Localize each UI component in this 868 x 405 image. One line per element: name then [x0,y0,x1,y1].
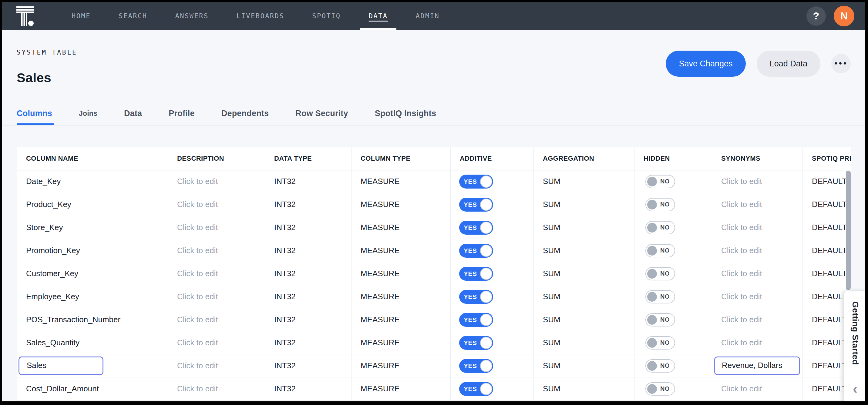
column-type-cell[interactable]: MEASURE [351,354,451,377]
description-cell[interactable]: Click to edit [168,308,265,331]
tab-data[interactable]: Data [124,102,142,125]
synonyms-cell[interactable]: Click to edit [712,239,803,262]
hidden-toggle[interactable]: NO [645,244,675,257]
aggregation-cell[interactable]: SUM [534,239,634,262]
nav-item-search[interactable]: SEARCH [119,2,147,30]
hidden-toggle[interactable]: NO [645,336,675,349]
nav-item-data[interactable]: DATA [369,2,388,30]
spotiq-preference-cell[interactable]: DEFAULT [803,193,851,216]
column-type-cell[interactable]: MEASURE [351,308,451,331]
user-avatar[interactable]: N [834,6,854,26]
tab-profile[interactable]: Profile [168,102,194,125]
column-type-cell[interactable]: MEASURE [351,170,451,193]
description-cell[interactable]: Click to edit [168,193,265,216]
column-type-cell[interactable]: MEASURE [351,216,451,239]
nav-item-liveboards[interactable]: LIVEBOARDS [237,2,284,30]
synonyms-cell[interactable]: Click to edit [712,193,803,216]
synonyms-cell[interactable]: Click to edit [712,377,803,400]
column-type-cell[interactable]: MEASURE [351,331,451,354]
description-cell[interactable]: Click to edit [168,216,265,239]
column-name-cell[interactable]: Product_Key [17,193,168,216]
thoughtspot-logo-icon[interactable] [14,5,36,27]
additive-toggle[interactable]: YES [459,359,493,373]
synonyms-cell[interactable]: Click to edit [712,262,803,285]
tab-spotiq-insights[interactable]: SpotIQ Insights [375,102,436,125]
nav-item-answers[interactable]: ANSWERS [175,2,208,30]
column-name-cell[interactable]: Sales_Quantity [17,331,168,354]
aggregation-cell[interactable]: SUM [534,331,634,354]
hidden-toggle[interactable]: NO [645,359,675,373]
description-cell[interactable]: Click to edit [168,331,265,354]
tab-dependents[interactable]: Dependents [221,102,269,125]
aggregation-cell[interactable]: SUM [534,354,634,377]
hidden-toggle[interactable]: NO [645,198,675,211]
column-type-cell[interactable]: MEASURE [351,377,451,400]
description-cell[interactable]: Click to edit [168,354,265,377]
column-type-cell[interactable]: MEASURE [351,239,451,262]
column-name-cell[interactable]: Promotion_Key [17,239,168,262]
hidden-toggle[interactable]: NO [645,267,675,280]
description-cell[interactable]: Click to edit [168,170,265,193]
aggregation-cell[interactable]: SUM [534,216,634,239]
tab-columns[interactable]: Columns [17,102,52,125]
description-cell[interactable]: Click to edit [168,285,265,308]
load-data-button[interactable]: Load Data [757,51,820,77]
spotiq-preference-cell[interactable]: DEFAULT [803,262,851,285]
additive-toggle[interactable]: YES [459,382,493,396]
more-options-button[interactable]: ●●● [831,54,851,73]
synonyms-cell[interactable]: Click to edit [712,170,803,193]
nav-item-spotiq[interactable]: SPOTIQ [312,2,341,30]
nav-item-admin[interactable]: ADMIN [416,2,440,30]
column-name-cell[interactable]: Date_Key [17,170,168,193]
aggregation-cell[interactable]: SUM [534,193,634,216]
description-cell[interactable]: Click to edit [168,262,265,285]
aggregation-cell[interactable]: SUM [534,285,634,308]
additive-toggle[interactable]: YES [459,313,493,327]
column-type-cell[interactable]: MEASURE [351,193,451,216]
column-type-cell[interactable]: MEASURE [351,262,451,285]
description-cell[interactable]: Click to edit [168,239,265,262]
hidden-toggle[interactable]: NO [645,313,675,326]
hidden-toggle[interactable]: NO [645,382,675,396]
additive-toggle[interactable]: YES [459,336,493,350]
additive-toggle[interactable]: YES [459,221,493,235]
synonyms-cell[interactable]: Click to edit [712,331,803,354]
column-name-cell[interactable]: Cost_Dollar_Amount [17,377,168,400]
column-type-cell[interactable]: MEASURE [351,285,451,308]
hidden-toggle[interactable]: NO [645,290,675,304]
additive-toggle[interactable]: YES [459,290,493,304]
additive-toggle[interactable]: YES [459,267,493,281]
additive-toggle[interactable]: YES [459,198,493,212]
hidden-toggle[interactable]: NO [645,221,675,234]
column-name-cell[interactable]: Customer_Key [17,262,168,285]
additive-toggle[interactable]: YES [459,175,493,189]
getting-started-panel[interactable]: Getting Started ‹ [844,291,865,401]
help-button[interactable]: ? [806,6,826,26]
hidden-toggle[interactable]: NO [645,175,675,188]
spotiq-preference-cell[interactable]: DEFAULT [803,239,851,262]
aggregation-cell[interactable]: SUM [534,170,634,193]
column-name-cell[interactable]: POS_Transaction_Number [17,308,168,331]
tab-row-security[interactable]: Row Security [296,102,348,125]
column-name-cell[interactable]: Employee_Key [17,285,168,308]
synonyms-cell[interactable]: Click to edit [712,308,803,331]
description-cell[interactable]: Click to edit [168,377,265,400]
column-name-cell[interactable]: Sales [17,354,168,377]
vertical-scrollbar[interactable] [846,171,851,290]
aggregation-cell[interactable]: SUM [534,308,634,331]
spotiq-preference-cell[interactable]: DEFAULT [803,170,851,193]
spotiq-preference-cell[interactable]: DEFAULT [803,216,851,239]
synonyms-cell[interactable]: Click to edit [712,216,803,239]
synonyms-cell[interactable]: Revenue, Dollars [712,354,803,377]
data-type-cell: INT32 [265,193,351,216]
aggregation-cell[interactable]: SUM [534,262,634,285]
synonyms-cell[interactable]: Click to edit [712,285,803,308]
table-header-cell: DESCRIPTION [168,147,265,170]
tab-joins[interactable]: Joins [79,102,97,125]
column-name-cell[interactable]: Store_Key [17,216,168,239]
chevron-left-icon[interactable]: ‹ [853,382,857,395]
nav-item-home[interactable]: HOME [71,2,91,30]
aggregation-cell[interactable]: SUM [534,377,634,400]
additive-toggle[interactable]: YES [459,244,493,258]
save-changes-button[interactable]: Save Changes [666,51,746,77]
